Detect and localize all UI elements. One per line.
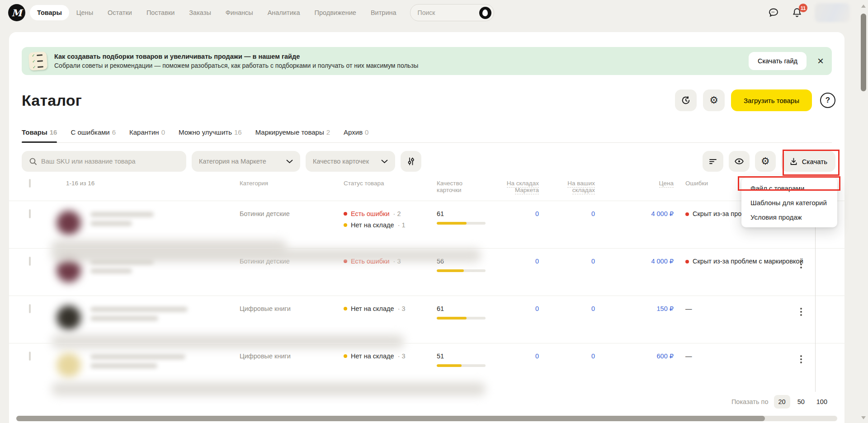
product-cell[interactable]	[54, 303, 240, 332]
upload-products-button[interactable]: Загрузить товары	[731, 89, 812, 111]
checklist-icon: ✓ ✓ ✓	[28, 52, 48, 71]
own-stock-link[interactable]: 0	[591, 210, 595, 217]
sku-search-placeholder: Ваш SKU или название товара	[41, 158, 136, 165]
price-link[interactable]: 150 ₽	[657, 305, 674, 312]
topnav-item-аналитика[interactable]: Аналитика	[260, 5, 307, 20]
price-link[interactable]: 600 ₽	[657, 352, 674, 360]
product-name-blurred	[90, 208, 154, 237]
row-checkbox[interactable]	[29, 209, 31, 218]
quality-filter-dropdown[interactable]: Качество карточек	[306, 151, 395, 172]
download-menu-item[interactable]: Файл с товарами	[741, 181, 837, 195]
guide-banner: ✓ ✓ ✓ Как создавать подборки товаров и у…	[22, 47, 832, 75]
scrollbar-down-arrow-icon[interactable]	[861, 416, 866, 419]
notifications-bell-icon[interactable]: 11	[791, 7, 803, 19]
sort-button[interactable]	[703, 151, 723, 172]
header-category: Категория	[240, 180, 344, 187]
help-icon[interactable]: ?	[820, 93, 835, 108]
market-stock-link[interactable]: 0	[535, 305, 539, 312]
select-all-checkbox[interactable]	[29, 179, 31, 188]
topnav-item-цены[interactable]: Цены	[69, 5, 100, 20]
tab-архив[interactable]: Архив0	[344, 128, 368, 142]
product-cell[interactable]	[54, 256, 240, 285]
blurred-band	[52, 382, 486, 396]
row-actions-kebab-icon[interactable]	[800, 258, 802, 268]
pagination: Показать по 2050100	[22, 394, 832, 409]
horizontal-scrollbar-thumb[interactable]	[16, 416, 765, 421]
row-checkbox[interactable]	[29, 257, 31, 266]
page-size-option-50[interactable]: 50	[793, 395, 809, 409]
sort-icon	[708, 157, 717, 166]
catalog-settings-button[interactable]: ⚙	[703, 89, 725, 111]
horizontal-scrollbar[interactable]	[16, 416, 837, 421]
sku-search-input[interactable]: Ваш SKU или название товара	[22, 151, 186, 172]
products-table-body: Ботинки детские Есть ошибки· 2Нет на скл…	[9, 201, 844, 390]
market-logo[interactable]: M	[8, 4, 25, 21]
category-cell: Цифровые книги	[240, 352, 344, 360]
download-guide-button[interactable]: Скачать гайд	[749, 52, 807, 70]
history-button[interactable]	[675, 89, 697, 111]
global-search-placeholder: Поиск	[418, 9, 479, 16]
status-warning: Нет на складе· 1	[344, 221, 437, 229]
row-actions-kebab-icon[interactable]	[800, 352, 802, 363]
page-size-label: Показать по	[731, 398, 769, 405]
selection-range-label: 1-16 из 16	[54, 180, 240, 187]
blurred-band	[52, 249, 481, 262]
table-settings-button[interactable]: ⚙	[755, 151, 776, 172]
download-button[interactable]: Скачать	[781, 151, 835, 172]
market-stock-link[interactable]: 0	[535, 258, 539, 265]
market-stock-link[interactable]: 0	[535, 352, 539, 360]
tab-маркируемые-товары[interactable]: Маркируемые товары2	[255, 128, 330, 142]
own-stock-link[interactable]: 0	[591, 305, 595, 312]
visibility-button[interactable]	[729, 151, 750, 172]
gear-icon: ⚙	[761, 156, 770, 166]
row-actions-kebab-icon[interactable]	[800, 305, 802, 316]
header-price[interactable]: Цена	[659, 180, 674, 187]
category-filter-dropdown[interactable]: Категория на Маркете	[192, 151, 300, 172]
page-size-option-100[interactable]: 100	[812, 395, 832, 409]
product-cell[interactable]	[54, 208, 240, 237]
row-checkbox[interactable]	[29, 304, 31, 313]
vertical-scrollbar[interactable]	[860, 0, 867, 423]
tab-товары[interactable]: Товары16	[22, 128, 57, 142]
topnav-item-товары[interactable]: Товары	[30, 5, 69, 20]
chat-icon[interactable]	[768, 7, 779, 19]
header-own-stock[interactable]: На вашихскладах	[567, 180, 595, 193]
tab-карантин[interactable]: Карантин0	[129, 128, 165, 142]
topnav-item-продвижение[interactable]: Продвижение	[307, 5, 363, 20]
own-stock-link[interactable]: 0	[591, 258, 595, 265]
tab-можно-улучшить[interactable]: Можно улучшить16	[179, 128, 242, 142]
market-stock-link[interactable]: 0	[535, 210, 539, 217]
catalog-tabs: Товары16С ошибками6Карантин0Можно улучши…	[22, 128, 832, 143]
table-row: Ботинки детские Есть ошибки· 2Нет на скл…	[9, 201, 844, 248]
top-navigation: ТоварыЦеныОстаткиПоставкиЗаказыФинансыАн…	[30, 5, 404, 20]
price-link[interactable]: 4 000 ₽	[651, 258, 674, 265]
quality-progress-bar	[437, 222, 486, 225]
chevron-down-icon	[381, 160, 388, 164]
scrollbar-up-arrow-icon[interactable]	[861, 5, 866, 8]
download-menu: Файл с товарамиШаблоны для категорийУсло…	[741, 178, 837, 227]
banner-close-icon[interactable]: ×	[817, 56, 824, 66]
topbar-right: 11	[768, 3, 850, 22]
price-link[interactable]: 4 000 ₽	[651, 210, 674, 217]
status-cell: Нет на складе· 3	[344, 305, 437, 312]
download-menu-item[interactable]: Шаблоны для категорий	[741, 195, 837, 210]
topnav-item-остатки[interactable]: Остатки	[100, 5, 139, 20]
alice-search-icon[interactable]	[479, 7, 491, 19]
header-market-stock[interactable]: На складахМаркета	[507, 180, 539, 193]
topnav-item-поставки[interactable]: Поставки	[139, 5, 182, 20]
tab-с-ошибками[interactable]: С ошибками6	[71, 128, 116, 142]
page-size-option-20[interactable]: 20	[774, 395, 790, 409]
more-filters-button[interactable]	[401, 151, 421, 172]
download-menu-item[interactable]: Условия продаж	[741, 210, 837, 224]
vertical-scrollbar-thumb[interactable]	[861, 14, 866, 91]
topnav-item-витрина[interactable]: Витрина	[363, 5, 404, 20]
table-row: Цифровые книги Нет на складе· 3 61 0 0 1…	[9, 296, 844, 343]
own-stock-link[interactable]: 0	[591, 352, 595, 360]
global-search-input[interactable]: Поиск	[410, 4, 494, 21]
product-cell[interactable]	[54, 351, 240, 380]
topnav-item-финансы[interactable]: Финансы	[218, 5, 260, 20]
account-menu[interactable]	[815, 3, 850, 22]
row-checkbox[interactable]	[29, 352, 31, 361]
topnav-item-заказы[interactable]: Заказы	[182, 5, 218, 20]
product-name-blurred	[90, 303, 188, 332]
